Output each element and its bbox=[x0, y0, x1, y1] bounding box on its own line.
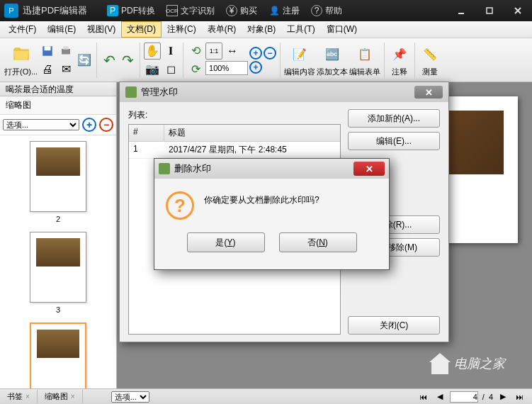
dialog-title: 管理水印 bbox=[141, 86, 178, 99]
menu-document[interactable]: 文档(D) bbox=[121, 21, 162, 38]
menu-file[interactable]: 文件(F) bbox=[3, 21, 42, 38]
options-select[interactable]: 选项... bbox=[3, 119, 79, 130]
help-label: 帮助 bbox=[325, 5, 342, 17]
rotate-cw-icon[interactable]: ⟳ bbox=[187, 61, 204, 78]
zoom-input[interactable] bbox=[205, 61, 248, 75]
convert-label: PDF转换 bbox=[121, 5, 155, 17]
help-icon: ? bbox=[311, 5, 322, 16]
redo-icon[interactable]: ↷ bbox=[119, 52, 136, 69]
prev-page-icon[interactable]: ◀ bbox=[434, 392, 446, 401]
close-button[interactable] bbox=[504, 0, 532, 21]
menubar: 文件(F) 编辑(E) 视图(V) 文档(D) 注释(C) 表单(R) 对象(B… bbox=[0, 21, 532, 38]
open-group[interactable]: 打开(O)... bbox=[4, 43, 38, 77]
text-select-icon[interactable]: 𝐈 bbox=[162, 43, 179, 60]
annotate-icon: 📌 bbox=[388, 43, 411, 65]
register-label: 注册 bbox=[283, 5, 300, 17]
close-dialog-button[interactable]: 关闭(C) bbox=[348, 316, 440, 335]
mail-icon[interactable]: ✉ bbox=[57, 61, 74, 78]
zoom-in-icon[interactable]: + bbox=[249, 47, 262, 60]
fit-page-icon[interactable]: 1:1 bbox=[205, 43, 222, 60]
register-button[interactable]: 👤 注册 bbox=[263, 0, 305, 21]
ocr-button[interactable]: OCR 文字识别 bbox=[161, 0, 220, 21]
close-icon[interactable]: × bbox=[26, 393, 30, 400]
menu-object[interactable]: 对象(B) bbox=[242, 21, 281, 38]
menu-window[interactable]: 窗口(W) bbox=[321, 21, 363, 38]
bottom-options-select[interactable]: 选项... bbox=[111, 391, 149, 403]
minimize-button[interactable] bbox=[447, 0, 475, 21]
titlebar: P 迅捷PDF编辑器 P PDF转换 OCR 文字识别 ¥ 购买 👤 注册 ? … bbox=[0, 0, 532, 21]
snapshot-icon[interactable]: 📷 bbox=[144, 61, 161, 78]
confirm-close-button[interactable]: ✕ bbox=[353, 162, 385, 176]
last-page-icon[interactable]: ⏭ bbox=[513, 393, 526, 401]
thumbnail-item[interactable]: 2 bbox=[6, 141, 111, 223]
thumbnail-panel: 喝茶最合适的温度 缩略图 选项... + − 2 3 4 bbox=[0, 82, 117, 388]
hand-icon[interactable]: ✋ bbox=[144, 43, 161, 60]
confirm-message: 你确定要从文档删除此水印吗? bbox=[204, 191, 319, 206]
maximize-button[interactable] bbox=[475, 0, 504, 21]
measure-icon: 📏 bbox=[419, 43, 441, 65]
edit-content-icon: 📝 bbox=[288, 43, 311, 65]
first-page-icon[interactable]: ⏮ bbox=[417, 393, 430, 401]
menu-comment[interactable]: 注释(C) bbox=[162, 21, 202, 38]
open-label: 打开(O)... bbox=[4, 67, 38, 77]
confirm-titlebar[interactable]: 删除水印 ✕ bbox=[154, 159, 389, 179]
confirm-dialog: 删除水印 ✕ ? 你确定要从文档删除此水印吗? 是(Y) 否(N) bbox=[154, 158, 390, 270]
thumb-zoom-in-icon[interactable]: + bbox=[82, 118, 96, 132]
menu-tool[interactable]: 工具(T) bbox=[281, 21, 320, 38]
dialog-close-button[interactable]: ✕ bbox=[414, 86, 443, 99]
thumbnail-list[interactable]: 2 3 4 bbox=[0, 135, 116, 388]
app-icon: P bbox=[4, 4, 18, 18]
dialog-titlebar[interactable]: 管理水印 ✕ bbox=[120, 82, 448, 102]
annotate-button[interactable]: 📌 注释 bbox=[388, 43, 411, 77]
no-button[interactable]: 否(N) bbox=[279, 232, 357, 252]
menu-edit[interactable]: 编辑(E) bbox=[42, 21, 81, 38]
menu-view[interactable]: 视图(V) bbox=[81, 21, 121, 38]
zoom-out-icon[interactable]: − bbox=[264, 47, 276, 60]
page-sep: / bbox=[482, 393, 485, 401]
thumbnail-tab[interactable]: 缩略图× bbox=[38, 390, 83, 403]
next-page-icon[interactable]: ▶ bbox=[497, 392, 509, 401]
folder-icon bbox=[10, 43, 33, 65]
convert-icon-btn[interactable]: 🔄 bbox=[76, 43, 93, 77]
svg-rect-7 bbox=[63, 46, 69, 50]
col-num[interactable]: # bbox=[129, 125, 164, 141]
thumbnail-item[interactable]: 3 bbox=[6, 232, 111, 314]
measure-button[interactable]: 📏 测量 bbox=[419, 43, 441, 77]
selection-icon[interactable]: ◻ bbox=[162, 61, 179, 78]
ocr-label: 文字识别 bbox=[181, 5, 215, 17]
undo-icon[interactable]: ↶ bbox=[101, 52, 118, 69]
edit-form-button[interactable]: 📋 编辑表单 bbox=[349, 43, 380, 77]
fit-width-icon[interactable]: ↔ bbox=[224, 43, 241, 60]
printer-icon[interactable]: 🖨 bbox=[39, 61, 56, 78]
ocr-icon: OCR bbox=[166, 5, 178, 16]
help-button[interactable]: ? 帮助 bbox=[305, 0, 348, 21]
col-title[interactable]: 标题 bbox=[164, 125, 340, 141]
add-text-button[interactable]: 🔤 添加文本 bbox=[317, 43, 348, 77]
close-icon[interactable]: × bbox=[71, 393, 75, 400]
print-icon[interactable] bbox=[57, 43, 74, 60]
list-row[interactable]: 1 2017/4/27 星期四, 下午 2:48:45 bbox=[129, 142, 340, 159]
doc-tab[interactable]: 喝茶最合适的温度 bbox=[0, 82, 116, 96]
save-icon[interactable] bbox=[39, 43, 56, 60]
toolbar: 打开(O)... 🖨 ✉ 🔄 ↶ ↷ ✋ 𝐈 📷 ◻ ⟲ 1:1 ↔ bbox=[0, 38, 532, 82]
add-button[interactable]: 添加新的(A)... bbox=[348, 109, 440, 128]
confirm-title-text: 删除水印 bbox=[174, 162, 211, 175]
zoom-actual-icon[interactable]: + bbox=[249, 61, 262, 74]
yes-button[interactable]: 是(Y) bbox=[187, 232, 265, 252]
menu-form[interactable]: 表单(R) bbox=[202, 21, 242, 38]
pdf-convert-button[interactable]: P PDF转换 bbox=[101, 0, 161, 21]
convert-icon: P bbox=[107, 5, 118, 16]
page-total: 4 bbox=[489, 393, 493, 401]
edit-button[interactable]: 编辑(E)... bbox=[348, 132, 440, 150]
edit-content-button[interactable]: 📝 编辑内容 bbox=[284, 43, 315, 77]
page-input[interactable] bbox=[450, 391, 478, 403]
panel-title: 缩略图 bbox=[0, 96, 116, 115]
thumb-zoom-out-icon[interactable]: − bbox=[99, 118, 113, 132]
bookmark-tab[interactable]: 书签× bbox=[0, 390, 38, 403]
buy-button[interactable]: ¥ 购买 bbox=[220, 0, 263, 21]
dialog-icon bbox=[125, 86, 137, 98]
thumbnail-item[interactable]: 4 bbox=[6, 322, 111, 388]
buy-label: 购买 bbox=[240, 5, 257, 17]
svg-rect-5 bbox=[45, 46, 51, 50]
rotate-ccw-icon[interactable]: ⟲ bbox=[187, 43, 204, 60]
